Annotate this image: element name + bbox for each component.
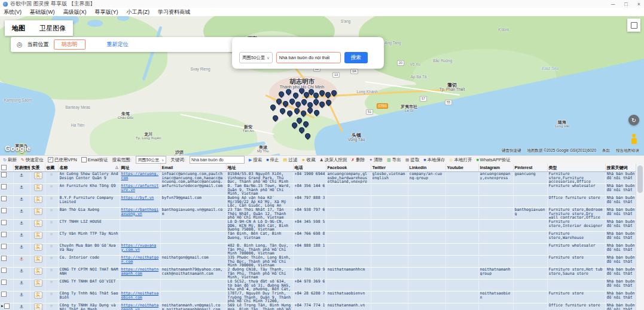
- minimize-button[interactable]: ─: [611, 1, 615, 7]
- close-button[interactable]: ×: [637, 1, 640, 7]
- row-checkbox[interactable]: [1, 208, 7, 213]
- street-view-badge[interactable]: 实: [34, 256, 42, 263]
- menu-item-5[interactable]: 小工具(Z): [127, 8, 150, 16]
- map-pin-icon[interactable]: [271, 114, 279, 122]
- street-view-badge[interactable]: 实: [34, 280, 42, 287]
- star-icon[interactable]: ☆: [47, 196, 57, 200]
- street-view-badge[interactable]: 实: [34, 172, 42, 179]
- sort-asc-icon[interactable]: △: [115, 165, 118, 169]
- vertical-scrollbar[interactable]: [636, 164, 644, 310]
- toolbar-button-决策人挖掘[interactable]: ♟决策人挖掘: [319, 157, 347, 163]
- website-link[interactable]: https://banthogiaxuong.vn: [121, 208, 159, 216]
- street-view-badge[interactable]: 实: [34, 232, 42, 239]
- report-error-link[interactable]: 报告地图错误: [616, 148, 639, 154]
- row-checkbox[interactable]: [1, 291, 7, 297]
- anchor-icon[interactable]: ⚓: [15, 172, 29, 178]
- street-view-badge[interactable]: 实: [34, 220, 42, 227]
- star-icon[interactable]: ☆: [47, 208, 57, 212]
- map-pin-icon[interactable]: [279, 107, 286, 115]
- toolbar-radius-select[interactable]: 周围50公里∨: [136, 156, 167, 164]
- keyboard-shortcuts-link[interactable]: 键盘快捷键: [502, 148, 521, 154]
- checkbox-icon[interactable]: ✓: [48, 157, 53, 162]
- map-area[interactable]: 413462213205155571ACT01CT01 S'angMê Sang…: [0, 16, 644, 155]
- anchor-icon[interactable]: ⚓: [15, 244, 29, 250]
- terms-link[interactable]: 条款: [602, 148, 610, 154]
- row-checkbox[interactable]: [1, 172, 7, 177]
- row-checkbox[interactable]: [1, 232, 7, 237]
- toolbar-button-本地打开[interactable]: ✩本地打开: [450, 157, 472, 163]
- anchor-icon[interactable]: ⚓: [15, 184, 29, 190]
- toolbar-button-WhatsAPP验证[interactable]: ■WhatsAPP验证: [476, 157, 511, 163]
- menu-item-3[interactable]: 高级版(X): [63, 8, 87, 16]
- star-icon[interactable]: ☆: [47, 232, 57, 236]
- menu-item-6[interactable]: 学习资料商城: [158, 8, 190, 16]
- anchor-icon[interactable]: ⚓: [15, 196, 29, 202]
- tab-satellite[interactable]: 卫星图像: [32, 24, 73, 33]
- toolbar-button-导出[interactable]: ▥导出: [387, 157, 401, 163]
- toolbar-checkbox-已使用VPN[interactable]: ✓已使用VPN: [48, 157, 77, 163]
- toolbar-button-清除[interactable]: ✦清除: [369, 157, 383, 163]
- anchor-icon[interactable]: ⚓: [15, 291, 29, 297]
- pegman-icon[interactable]: [630, 134, 637, 145]
- toolbar-button-刷新[interactable]: ↻刷新: [3, 157, 17, 163]
- keyword-input[interactable]: Nhà bán buôn đồ nội thất: [276, 52, 341, 63]
- select-all-checkbox[interactable]: [1, 165, 7, 170]
- search-button[interactable]: 搜索: [344, 52, 368, 63]
- relocate-link[interactable]: 重新定位: [107, 41, 129, 48]
- menu-item-4[interactable]: 尊享版(Y): [95, 8, 118, 16]
- website-link[interactable]: http://noithatgon.com: [121, 256, 159, 264]
- website-link[interactable]: https://xuavanay.com.vn: [121, 244, 157, 252]
- anchor-icon[interactable]: ⚓: [15, 232, 29, 238]
- website-link[interactable]: https://noithatnamanh.com: [121, 268, 159, 276]
- row-checkbox[interactable]: [1, 280, 7, 285]
- star-icon[interactable]: ☆: [47, 184, 57, 188]
- tab-map[interactable]: 地图: [5, 24, 32, 33]
- website-link[interactable]: https://byf.vn: [121, 196, 154, 201]
- menu-item-2[interactable]: 基础版(W): [30, 8, 55, 16]
- toolbar-button-本地保存[interactable]: ■本地保存: [423, 157, 445, 163]
- row-checkbox[interactable]: [4, 303, 10, 309]
- scrollbar-thumb[interactable]: [637, 165, 643, 193]
- street-view-badge[interactable]: 实: [34, 291, 42, 299]
- street-view-badge[interactable]: 实: [34, 268, 42, 275]
- anchor-icon[interactable]: ⚓: [15, 303, 29, 309]
- radius-select[interactable]: 周围50公里 ∨: [239, 52, 273, 63]
- anchor-icon[interactable]: ⚓: [15, 268, 29, 274]
- star-icon[interactable]: ☆: [47, 220, 57, 224]
- street-view-badge[interactable]: 实: [34, 184, 42, 191]
- street-view-badge[interactable]: 实: [34, 303, 42, 310]
- maximize-button[interactable]: □: [624, 1, 627, 7]
- star-icon[interactable]: ☆: [47, 256, 57, 260]
- anchor-icon[interactable]: ⚓: [15, 256, 29, 262]
- toolbar-button-过滤[interactable]: ▤过滤: [283, 157, 298, 163]
- toolbar-keyword-input[interactable]: Nhà bán buôn đồ: [190, 156, 245, 164]
- toolbar-button-搜索[interactable]: ▶搜索: [249, 157, 262, 163]
- toolbar-button-提取[interactable]: ▦提取: [405, 157, 420, 163]
- row-checkbox[interactable]: [1, 244, 7, 249]
- map-pin-icon[interactable]: [269, 103, 277, 111]
- toolbar-button-停止[interactable]: ■停止: [266, 157, 279, 163]
- row-checkbox[interactable]: [1, 196, 7, 201]
- star-icon[interactable]: ☆: [47, 268, 57, 272]
- current-city-field[interactable]: 胡志明: [54, 39, 86, 50]
- star-icon[interactable]: ☆: [47, 303, 57, 308]
- website-link[interactable]: https://anfurniture.vn: [121, 184, 159, 192]
- toolbar-button-收藏[interactable]: ★收藏: [301, 157, 315, 163]
- anchor-icon[interactable]: ⚓: [15, 208, 29, 214]
- toolbar-checkbox-Email验证[interactable]: Email验证: [81, 157, 108, 163]
- fullscreen-button[interactable]: [627, 19, 640, 32]
- website-link[interactable]: https://noithatanmanh.vn: [121, 303, 159, 310]
- anchor-icon[interactable]: ⚓: [15, 280, 29, 286]
- menu-item-1[interactable]: 系统(V): [4, 8, 22, 16]
- website-link[interactable]: http://noithatsaobien.com: [121, 291, 159, 300]
- website-link[interactable]: https://ancuong.com: [121, 172, 159, 180]
- star-icon[interactable]: ☆: [47, 280, 57, 284]
- star-icon[interactable]: ☆: [47, 244, 57, 248]
- row-checkbox[interactable]: [1, 184, 7, 189]
- street-view-badge[interactable]: 实: [34, 208, 42, 215]
- star-icon[interactable]: ☆: [47, 291, 57, 296]
- street-view-badge[interactable]: 实: [34, 196, 42, 203]
- toolbar-button-快速定位[interactable]: ✎快速定位: [21, 157, 44, 163]
- row-checkbox[interactable]: [1, 220, 7, 225]
- checkbox-icon[interactable]: [81, 157, 87, 162]
